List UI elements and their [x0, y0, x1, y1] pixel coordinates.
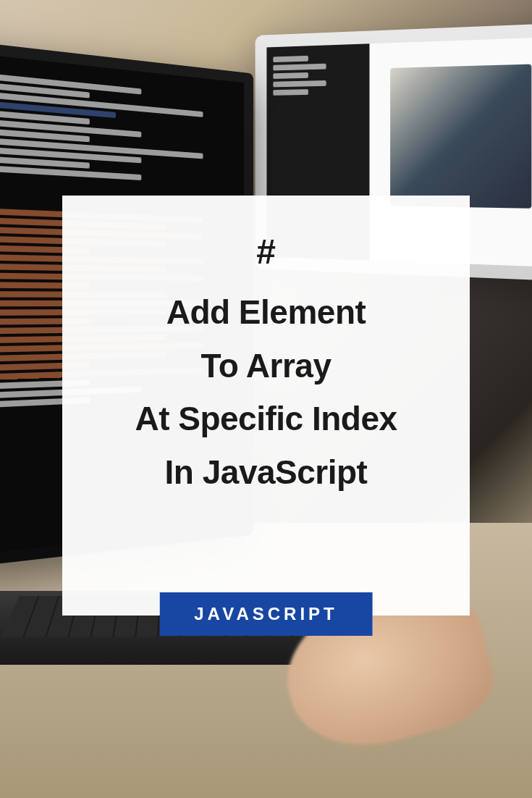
title-line-1: Add Element	[166, 286, 366, 340]
title-card: # Add Element To Array At Specific Index…	[62, 196, 470, 616]
browser-image	[390, 64, 531, 209]
category-badge: JAVASCRIPT	[159, 592, 372, 636]
title-line-4: In JavaScript	[165, 446, 368, 500]
title-line-2: To Array	[200, 340, 331, 393]
hash-symbol: #	[256, 232, 276, 272]
title-line-3: At Specific Index	[135, 392, 397, 446]
